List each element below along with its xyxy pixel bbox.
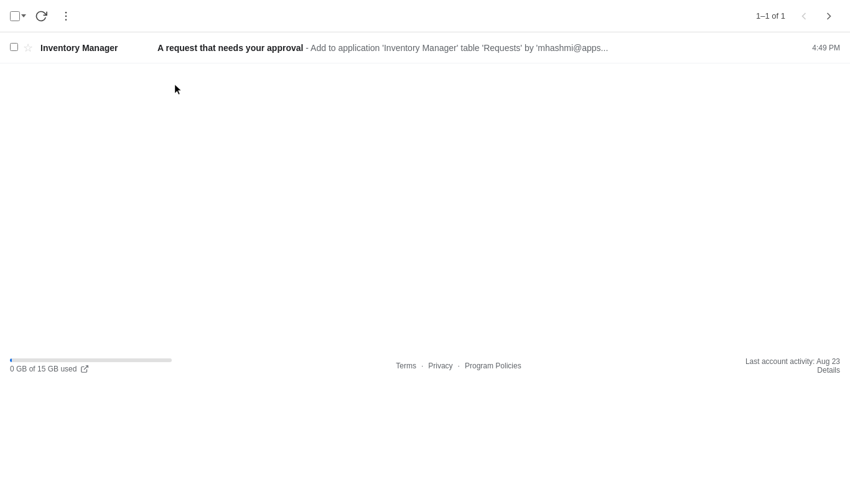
pagination-info: 1–1 of 1 (756, 11, 785, 21)
prev-page-button[interactable] (793, 6, 815, 26)
email-sender: Inventory Manager (40, 43, 152, 53)
toolbar: 1–1 of 1 (0, 0, 850, 32)
email-checkbox-wrapper[interactable] (10, 42, 18, 54)
select-all-checkbox[interactable] (10, 11, 20, 21)
more-options-button[interactable] (56, 6, 76, 26)
email-subject-preview: A request that needs your approval - Add… (157, 43, 802, 53)
svg-line-3 (84, 366, 88, 370)
select-all-wrapper[interactable] (10, 11, 26, 21)
program-policies-link[interactable]: Program Policies (465, 362, 521, 370)
select-dropdown-chevron[interactable] (21, 14, 26, 17)
separator-2: · (458, 362, 460, 370)
storage-used-label: 0 GB of 15 GB used (10, 365, 77, 373)
email-list: ☆ Inventory Manager A request that needs… (0, 32, 850, 63)
last-activity-text: Last account activity: Aug 23 (745, 357, 840, 366)
svg-point-1 (65, 15, 67, 17)
svg-point-0 (65, 11, 67, 13)
toolbar-right: 1–1 of 1 (756, 6, 840, 26)
privacy-link[interactable]: Privacy (428, 362, 452, 370)
email-time: 4:49 PM (812, 44, 840, 52)
star-icon[interactable]: ☆ (23, 41, 33, 55)
toolbar-left (10, 6, 76, 26)
external-link-icon[interactable] (80, 365, 89, 373)
email-row[interactable]: ☆ Inventory Manager A request that needs… (0, 32, 850, 63)
email-checkbox[interactable] (10, 43, 18, 51)
terms-link[interactable]: Terms (396, 362, 416, 370)
refresh-button[interactable] (31, 6, 51, 26)
details-link[interactable]: Details (817, 366, 840, 375)
email-preview: - Add to application 'Inventory Manager'… (303, 43, 608, 53)
separator-1: · (421, 362, 423, 370)
cursor (174, 84, 182, 95)
storage-bar (10, 358, 12, 362)
email-subject: A request that needs your approval (157, 43, 303, 53)
storage-bar-container (10, 358, 172, 362)
footer-left: 0 GB of 15 GB used (10, 358, 172, 373)
footer-center: Terms · Privacy · Program Policies (396, 362, 521, 370)
footer-right: Last account activity: Aug 23 Details (745, 357, 840, 375)
svg-point-2 (65, 19, 67, 21)
footer: 0 GB of 15 GB used Terms · Privacy · Pro… (0, 352, 850, 380)
storage-text: 0 GB of 15 GB used (10, 365, 172, 373)
next-page-button[interactable] (818, 6, 840, 26)
